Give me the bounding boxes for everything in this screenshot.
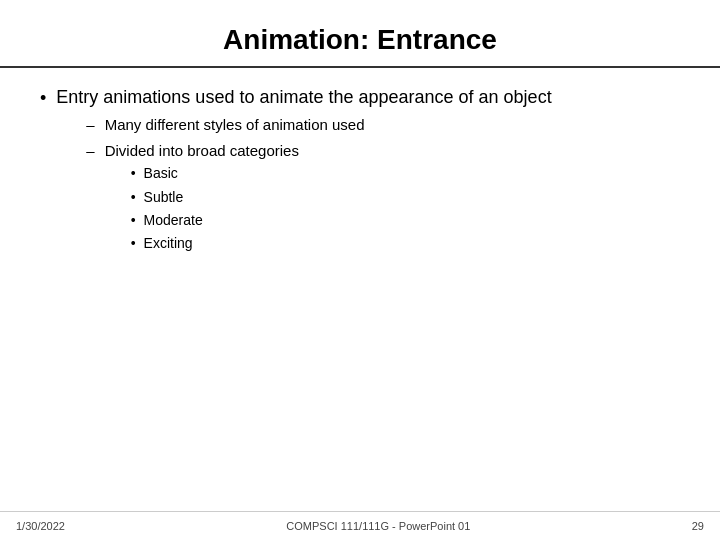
dash-marker-1: – bbox=[86, 116, 94, 133]
slide-content: • Entry animations used to animate the a… bbox=[0, 68, 720, 540]
bullet-marker-1: • bbox=[40, 88, 46, 109]
footer-center: COMPSCI 111/111G - PowerPoint 01 bbox=[286, 520, 470, 532]
slide-header: Animation: Entrance bbox=[0, 0, 720, 68]
sub-bullet-text-2: Divided into broad categories bbox=[105, 142, 299, 159]
dot-marker-4: • bbox=[131, 235, 136, 251]
dot-marker-3: • bbox=[131, 212, 136, 228]
item-exciting-text: Exciting bbox=[144, 234, 193, 252]
dot-marker-1: • bbox=[131, 165, 136, 181]
item-moderate: • Moderate bbox=[131, 211, 299, 229]
sub-bullet-text-1: Many different styles of animation used bbox=[105, 115, 365, 135]
slide-footer: 1/30/2022 COMPSCI 111/111G - PowerPoint … bbox=[0, 511, 720, 540]
sub-bullets: – Many different styles of animation use… bbox=[86, 115, 551, 257]
item-basic: • Basic bbox=[131, 164, 299, 182]
item-exciting: • Exciting bbox=[131, 234, 299, 252]
slide-title: Animation: Entrance bbox=[40, 24, 680, 56]
slide: Animation: Entrance • Entry animations u… bbox=[0, 0, 720, 540]
sub-sub-bullets: • Basic • Subtle • Moderate bbox=[131, 164, 299, 252]
item-subtle-text: Subtle bbox=[144, 188, 184, 206]
footer-page: 29 bbox=[692, 520, 704, 532]
item-subtle: • Subtle bbox=[131, 188, 299, 206]
main-bullet-text: Entry animations used to animate the app… bbox=[56, 87, 551, 107]
item-moderate-text: Moderate bbox=[144, 211, 203, 229]
dash-marker-2: – bbox=[86, 142, 94, 159]
sub-bullet-1: – Many different styles of animation use… bbox=[86, 115, 551, 135]
item-basic-text: Basic bbox=[144, 164, 178, 182]
sub-bullet-2: – Divided into broad categories • Basic … bbox=[86, 141, 551, 257]
footer-date: 1/30/2022 bbox=[16, 520, 65, 532]
main-bullet: • Entry animations used to animate the a… bbox=[40, 86, 680, 263]
dot-marker-2: • bbox=[131, 189, 136, 205]
